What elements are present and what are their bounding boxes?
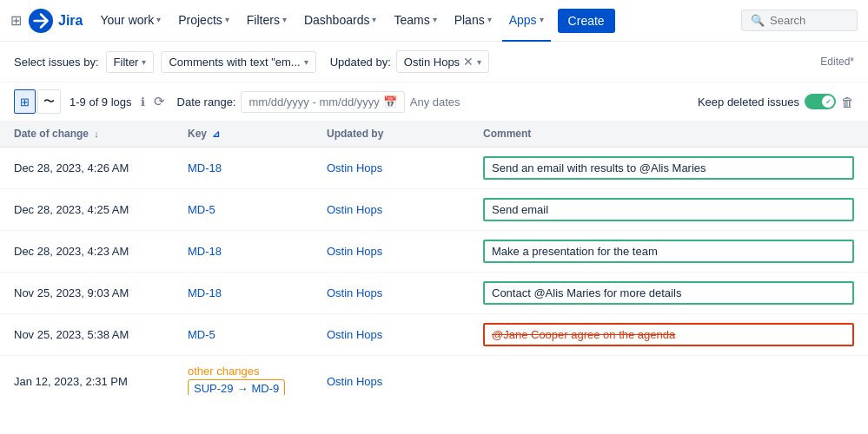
cell-key: MD-5 [174, 314, 313, 356]
search-input[interactable] [770, 14, 848, 27]
comment-text: Send an email with results to @Alis Mari… [492, 161, 706, 174]
col-key[interactable]: Key ⊿ [174, 121, 313, 148]
keep-deleted-toggle[interactable]: ✓ [805, 94, 836, 109]
nav-plans[interactable]: Plans ▾ [447, 0, 499, 42]
table-container: Date of change ↓ Key ⊿ Updated by Commen… [0, 121, 868, 395]
grid-view-button[interactable]: ⊞ [14, 89, 36, 114]
logo-text: Jira [58, 13, 83, 29]
chevron-down-icon: ▾ [433, 15, 437, 24]
chevron-down-icon: ▾ [487, 15, 492, 24]
calendar-icon: 📅 [383, 95, 397, 108]
nav-your-work[interactable]: Your work ▾ [93, 0, 168, 42]
cell-updated-by: Ostin Hops [313, 231, 469, 273]
logs-bar: ⊞ 〜 1-9 of 9 logs ℹ ⟳ Date range: mm/dd/… [0, 82, 868, 121]
comment-highlight-green: Send an email with results to @Alis Mari… [483, 156, 854, 180]
logs-count: 1-9 of 9 logs [70, 95, 132, 108]
cell-key: MD-18 [174, 231, 313, 273]
chevron-down-icon: ▾ [225, 15, 229, 24]
comment-highlight-green: Contact @Alis Maries for more details [483, 281, 854, 305]
other-changes-label: other changes [188, 365, 259, 378]
table-row: Dec 28, 2023, 4:25 AMMD-5Ostin HopsSend … [0, 189, 868, 231]
nav-projects[interactable]: Projects ▾ [171, 0, 236, 42]
clear-updated-by-button[interactable]: ✕ [463, 55, 474, 69]
date-range-section: Date range: mm/dd/yyyy - mm/dd/yyyy 📅 An… [177, 91, 461, 113]
chart-view-button[interactable]: 〜 [37, 89, 61, 114]
any-dates-label: Any dates [410, 95, 461, 108]
key-link[interactable]: MD-18 [188, 161, 222, 174]
date-range-input[interactable]: mm/dd/yyyy - mm/dd/yyyy 📅 [241, 91, 404, 113]
chevron-down-icon: ▾ [540, 15, 544, 24]
date-range-label: Date range: [177, 95, 236, 108]
nav-teams[interactable]: Teams ▾ [387, 0, 443, 42]
key-link[interactable]: MD-5 [188, 203, 215, 216]
cell-comment: Send an email with results to @Alis Mari… [469, 148, 868, 189]
sort-icon: ↓ [94, 128, 99, 139]
cell-key: MD-18 [174, 273, 313, 314]
cell-updated-by: Ostin Hops [313, 356, 469, 396]
chevron-down-icon: ▾ [304, 57, 308, 67]
toggle-knob: ✓ [822, 95, 834, 108]
user-link[interactable]: Ostin Hops [327, 161, 382, 174]
cell-date: Dec 28, 2023, 4:26 AM [0, 148, 174, 189]
cell-comment: Make a presentation for the team [469, 231, 868, 273]
refresh-icon[interactable]: ⟳ [154, 94, 165, 109]
key-link[interactable]: MD-18 [188, 286, 222, 299]
col-updated-by: Updated by [313, 121, 469, 148]
cell-comment: Send email [469, 189, 868, 231]
cell-key: MD-18 [174, 148, 313, 189]
jira-logo[interactable]: Jira [29, 9, 83, 33]
key-link[interactable]: MD-18 [188, 245, 222, 258]
create-button[interactable]: Create [558, 9, 615, 33]
user-link[interactable]: Ostin Hops [327, 286, 382, 299]
cell-date: Nov 25, 2023, 9:03 AM [0, 273, 174, 314]
cell-date: Nov 25, 2023, 5:38 AM [0, 314, 174, 356]
keep-deleted-section: Keep deleted issues ✓ 🗑 [698, 94, 854, 109]
nav-dashboards[interactable]: Dashboards ▾ [297, 0, 384, 42]
table-header-row: Date of change ↓ Key ⊿ Updated by Commen… [0, 121, 868, 148]
info-icon[interactable]: ℹ [141, 95, 145, 108]
filter-bar: Select issues by: Filter ▾ Comments with… [0, 42, 868, 82]
filter-icon: ⊿ [212, 128, 220, 139]
comment-text: Contact @Alis Maries for more details [492, 286, 681, 299]
nav-filters[interactable]: Filters ▾ [240, 0, 294, 42]
user-link[interactable]: Ostin Hops [327, 203, 382, 216]
table-body: Dec 28, 2023, 4:26 AMMD-18Ostin HopsSend… [0, 148, 868, 396]
cell-key: other changes SUP-29→MD-9 [174, 356, 313, 396]
toggle-check-icon: ✓ [825, 98, 832, 106]
key-change-box: SUP-29→MD-9 [188, 379, 285, 395]
cell-updated-by: Ostin Hops [313, 189, 469, 231]
select-issues-label: Select issues by: [14, 56, 99, 69]
user-link[interactable]: Ostin Hops [327, 375, 382, 388]
key-link[interactable]: SUP-29 [194, 382, 234, 395]
cell-comment [469, 356, 868, 396]
chevron-down-icon: ▾ [156, 15, 161, 24]
comment-filter-dropdown[interactable]: Comments with text "em... ▾ [161, 51, 315, 73]
user-link[interactable]: Ostin Hops [327, 245, 382, 258]
cell-updated-by: Ostin Hops [313, 314, 469, 356]
nav-apps[interactable]: Apps ▾ [502, 0, 551, 42]
comment-highlight-green: Make a presentation for the team [483, 240, 854, 263]
key-link[interactable]: MD-9 [252, 382, 280, 395]
updated-by-dropdown[interactable]: Ostin Hops ✕ ▾ [396, 50, 489, 73]
updated-by-section: Updated by: Ostin Hops ✕ ▾ [330, 50, 489, 73]
grid-icon[interactable]: ⊞ [10, 12, 22, 29]
comment-text-deleted: @Jane Cooper agree on the agenda [492, 328, 675, 341]
edited-label: Edited* [820, 56, 854, 68]
cell-comment: @Jane Cooper agree on the agenda [469, 314, 868, 356]
updated-by-label: Updated by: [330, 56, 391, 69]
col-comment: Comment [469, 121, 868, 148]
trash-icon[interactable]: 🗑 [841, 95, 854, 109]
col-date[interactable]: Date of change ↓ [0, 121, 174, 148]
search-bar[interactable]: 🔍 [741, 10, 858, 31]
keep-deleted-label: Keep deleted issues [698, 95, 799, 108]
key-link[interactable]: MD-5 [188, 328, 215, 341]
table-row: Dec 28, 2023, 4:26 AMMD-18Ostin HopsSend… [0, 148, 868, 189]
filter-button[interactable]: Filter ▾ [106, 51, 155, 73]
user-link[interactable]: Ostin Hops [327, 328, 382, 341]
arrow-icon: → [237, 382, 248, 395]
view-toggle: ⊞ 〜 [14, 89, 61, 114]
cell-date: Dec 28, 2023, 4:25 AM [0, 189, 174, 231]
search-icon: 🔍 [751, 14, 765, 27]
comment-text: Send email [492, 203, 548, 216]
chevron-down-icon: ▾ [142, 57, 146, 67]
